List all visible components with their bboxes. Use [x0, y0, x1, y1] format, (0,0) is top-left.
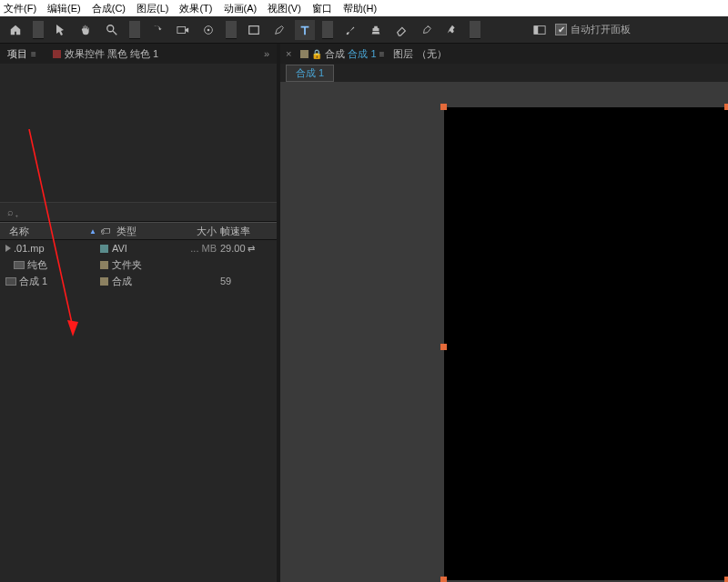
menu-bar: 文件(F) 编辑(E) 合成(C) 图层(L) 效果(T) 动画(A) 视图(V…: [0, 0, 728, 16]
auto-open-label: 自动打开面板: [571, 23, 631, 36]
project-search[interactable]: ⌕₊: [0, 202, 277, 222]
menu-edit[interactable]: 编辑(E): [47, 2, 81, 15]
tab-effect-controls[interactable]: 效果控件 黑色 纯色 1: [53, 47, 158, 61]
separator: [470, 21, 480, 39]
table-row[interactable]: 合成 1 合成 59: [0, 273, 277, 289]
pan-behind-icon[interactable]: [198, 20, 218, 40]
project-table-header: 名称 ▲ 🏷 类型 大小 帧速率: [0, 222, 277, 240]
lock-icon: 🔒: [311, 49, 322, 59]
transform-handle[interactable]: [724, 577, 728, 582]
project-panel: 项目 ≡ 效果控件 黑色 纯色 1 » ⌕₊ 名称 ▲: [0, 44, 280, 582]
link-icon: ⇄: [248, 244, 255, 254]
menu-animation[interactable]: 动画(A): [224, 2, 258, 15]
label-color-icon: [100, 245, 108, 253]
svg-point-0: [107, 25, 114, 31]
transform-handle[interactable]: [440, 344, 447, 350]
panel-menu-icon[interactable]: ≡: [31, 49, 36, 59]
project-thumbnail-area: [0, 64, 277, 202]
table-row[interactable]: .01.mp AVI ... MB 29.00⇄: [0, 240, 277, 256]
orbit-camera-icon[interactable]: [147, 20, 167, 40]
tab-project[interactable]: 项目 ≡: [7, 47, 36, 61]
svg-point-3: [207, 28, 210, 31]
transform-handle[interactable]: [440, 577, 447, 582]
menu-composition[interactable]: 合成(C): [92, 2, 126, 15]
search-icon: ⌕₊: [7, 206, 20, 217]
pen-tool-icon[interactable]: [269, 20, 289, 40]
svg-rect-4: [249, 25, 259, 34]
auto-open-panel[interactable]: ✔ 自动打开面板: [555, 23, 631, 36]
rectangle-tool-icon[interactable]: [244, 20, 264, 40]
search-input[interactable]: [24, 206, 277, 217]
separator: [322, 21, 333, 39]
hand-tool-icon[interactable]: [76, 20, 96, 40]
project-panel-tabs: 项目 ≡ 效果控件 黑色 纯色 1 »: [0, 44, 277, 64]
color-chip-icon: [53, 50, 61, 58]
label-color-icon: [100, 277, 108, 286]
col-size[interactable]: 大小: [164, 225, 217, 238]
sort-indicator-icon: ▲: [89, 227, 96, 236]
camera-tool-icon[interactable]: [173, 20, 193, 40]
composition-panel: × 🔒 合成 合成 1 ≡ 图层 （无） 合成 1 a: [280, 44, 728, 582]
toolbar: ✔ 自动打开面板: [0, 16, 728, 44]
svg-rect-1: [177, 26, 186, 33]
sub-tab-comp[interactable]: 合成 1: [286, 65, 334, 82]
menu-effect[interactable]: 效果(T): [179, 2, 212, 15]
zoom-tool-icon[interactable]: [102, 20, 122, 40]
col-fps[interactable]: 帧速率: [217, 225, 277, 238]
transform-handle[interactable]: [724, 104, 728, 110]
menu-window[interactable]: 窗口: [312, 2, 332, 15]
menu-layer[interactable]: 图层(L): [136, 2, 168, 15]
table-row[interactable]: 纯色 文件夹: [0, 256, 277, 273]
composition-icon: [5, 277, 16, 286]
svg-rect-6: [534, 25, 538, 34]
separator: [33, 21, 44, 39]
tab-overflow-icon[interactable]: »: [264, 48, 269, 59]
tab-layer-viewer[interactable]: 图层 （无）: [393, 47, 446, 61]
text-tool-icon[interactable]: [295, 20, 315, 40]
roto-brush-icon[interactable]: [417, 20, 437, 40]
checkbox-icon[interactable]: ✔: [555, 24, 567, 35]
footage-icon: [5, 245, 11, 252]
col-type[interactable]: 🏷 类型: [100, 225, 164, 238]
separator: [129, 21, 140, 39]
composition-sub-tabs: 合成 1: [280, 64, 728, 82]
menu-help[interactable]: 帮助(H): [343, 2, 377, 15]
menu-view[interactable]: 视图(V): [268, 2, 301, 15]
brush-tool-icon[interactable]: [340, 20, 360, 40]
project-table-body: .01.mp AVI ... MB 29.00⇄ 纯色 文件夹 合成 1 合成 …: [0, 240, 277, 582]
pin-tool-icon[interactable]: [442, 20, 462, 40]
composition-panel-tabs: × 🔒 合成 合成 1 ≡ 图层 （无）: [280, 44, 728, 64]
clone-stamp-icon[interactable]: [366, 20, 386, 40]
composition-canvas[interactable]: a: [444, 107, 728, 580]
selection-tool-icon[interactable]: [51, 20, 71, 40]
panel-menu-icon[interactable]: [530, 20, 550, 40]
tab-comp-viewer[interactable]: 🔒 合成 合成 1 ≡: [300, 47, 384, 61]
separator: [226, 21, 237, 39]
menu-file[interactable]: 文件(F): [4, 2, 36, 15]
col-name[interactable]: 名称 ▲: [0, 225, 100, 238]
folder-icon: [14, 261, 25, 269]
panel-menu-icon[interactable]: ≡: [379, 49, 385, 59]
transform-handle[interactable]: [440, 104, 447, 110]
eraser-tool-icon[interactable]: [391, 20, 411, 40]
close-icon[interactable]: ×: [286, 48, 291, 59]
label-tag-icon: 🏷: [100, 226, 110, 236]
home-icon[interactable]: [5, 20, 25, 40]
label-color-icon: [300, 50, 308, 58]
composition-viewer[interactable]: a: [280, 82, 728, 582]
label-color-icon: [100, 261, 108, 269]
